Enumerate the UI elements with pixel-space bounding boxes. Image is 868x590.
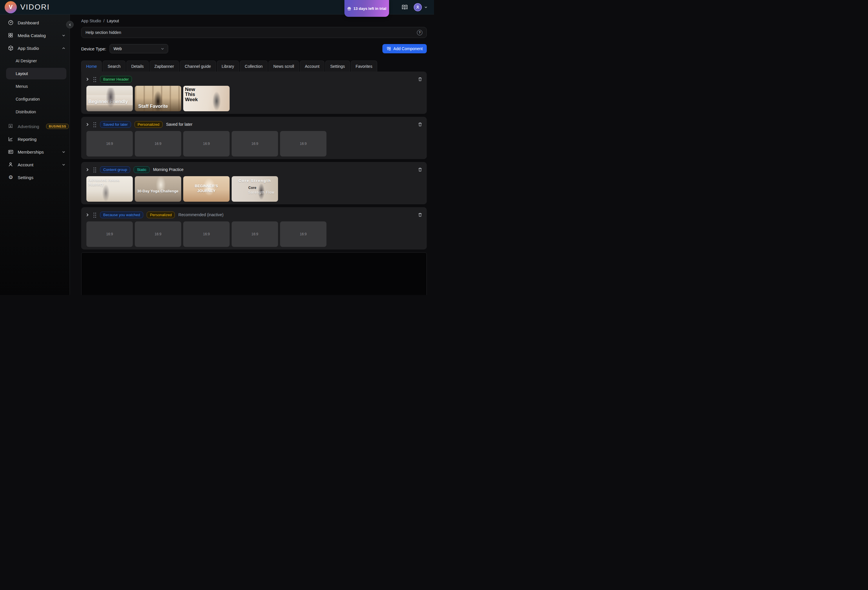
breadcrumb: App Studio / Layout xyxy=(81,19,427,23)
chart-icon xyxy=(8,136,13,142)
delete-section-button[interactable] xyxy=(418,167,423,172)
section-collapse-chevron-icon[interactable] xyxy=(85,122,90,127)
sidebar-item-label: Media Catalog xyxy=(18,33,46,38)
sidebar-item-label: Distribution xyxy=(16,109,36,114)
help-icon[interactable]: ? xyxy=(417,30,422,35)
aspect-label: 16:9 xyxy=(106,142,113,146)
user-menu[interactable] xyxy=(414,3,428,11)
brand-name: VIDORI xyxy=(20,3,50,12)
tab-label: Home xyxy=(86,64,97,69)
sidebar-item-settings[interactable]: ⚙ Settings xyxy=(0,171,69,184)
tab-label: Zapbanner xyxy=(155,64,174,69)
tab-home[interactable]: Home xyxy=(81,60,102,72)
sidebar-item-ai-designer[interactable]: AI Designer xyxy=(0,55,69,67)
sidebar-item-dashboard[interactable]: Dashboard xyxy=(0,16,69,29)
help-banner: Help section hidden ? xyxy=(81,27,427,38)
help-banner-text: Help section hidden xyxy=(86,30,121,35)
tab-zapbanner[interactable]: Zapbanner xyxy=(150,60,179,72)
brand-logo[interactable]: V VIDORI xyxy=(4,1,50,13)
banner-card[interactable]: Beginner Friendly xyxy=(86,86,133,111)
aspect-ratio-placeholder[interactable]: 16:9 xyxy=(135,131,181,156)
content-card-title: BEGINNER'S JOURNEY xyxy=(183,184,230,193)
drag-handle-icon[interactable] xyxy=(93,77,96,82)
section-collapse-chevron-icon[interactable] xyxy=(85,213,90,217)
content-card[interactable]: Advanced Asana Mastery xyxy=(86,176,133,202)
drag-handle-icon[interactable] xyxy=(93,212,96,218)
device-toolbar: Device Type: Web Add Component xyxy=(81,44,427,53)
delete-section-button[interactable] xyxy=(418,212,423,217)
tab-account[interactable]: Account xyxy=(300,60,325,72)
sidebar-item-label: Advertising xyxy=(18,124,39,129)
aspect-ratio-placeholder[interactable]: 16:9 xyxy=(183,131,230,156)
aspect-ratio-placeholder[interactable]: 16:9 xyxy=(280,131,326,156)
sidebar-item-label: Configuration xyxy=(16,97,40,102)
docs-book-icon[interactable] xyxy=(402,4,408,10)
banner-card-title: New This Week xyxy=(185,87,204,102)
sidebar-item-label: Settings xyxy=(18,175,33,180)
aspect-ratio-placeholder[interactable]: 16:9 xyxy=(135,221,181,247)
content-card[interactable]: Core Strength Core Sarength Flow xyxy=(232,176,278,202)
delete-section-button[interactable] xyxy=(418,122,423,127)
tab-label: Library xyxy=(222,64,234,69)
section-collapse-chevron-icon[interactable] xyxy=(85,77,90,81)
tab-details[interactable]: Details xyxy=(126,60,149,72)
sidebar-collapse-button[interactable] xyxy=(66,21,74,28)
avatar xyxy=(414,3,422,11)
blank-preview-panel xyxy=(81,252,427,295)
content-card-title: Advanced Asana Mastery xyxy=(88,178,133,187)
sidebar-item-advertising[interactable]: Advertising BUSINESS xyxy=(0,120,69,133)
section-collapse-chevron-icon[interactable] xyxy=(85,168,90,172)
personalized-badge: Personalized xyxy=(147,212,175,218)
sidebar-item-distribution[interactable]: Distribution xyxy=(0,105,69,118)
tab-label: Collection xyxy=(245,64,262,69)
sidebar-item-reporting[interactable]: Reporting xyxy=(0,133,69,146)
sidebar-item-account[interactable]: Account xyxy=(0,158,69,171)
aspect-label: 16:9 xyxy=(203,232,210,236)
aspect-label: 16:9 xyxy=(155,232,161,236)
sidebar-item-layout[interactable]: Layout xyxy=(6,68,66,80)
device-type-select[interactable]: Web xyxy=(109,44,168,53)
aspect-label: 16:9 xyxy=(203,142,210,146)
aspect-ratio-placeholder[interactable]: 16:9 xyxy=(232,221,278,247)
sidebar: Dashboard Media Catalog App Studio AI De… xyxy=(0,15,70,295)
logo-letter: V xyxy=(9,4,12,10)
tab-news-scroll[interactable]: News scroll xyxy=(269,60,299,72)
tab-collection[interactable]: Collection xyxy=(240,60,267,72)
sidebar-item-media-catalog[interactable]: Media Catalog xyxy=(0,29,69,42)
gift-icon xyxy=(347,6,351,11)
section-recommended: Because you watched Personalized Recomme… xyxy=(81,207,427,249)
aspect-label: 16:9 xyxy=(300,232,306,236)
tab-channel-guide[interactable]: Channel guide xyxy=(180,60,216,72)
section-title: Recommended (inactive) xyxy=(178,212,223,217)
banner-card[interactable]: New This Week xyxy=(183,86,230,111)
aspect-ratio-placeholder[interactable]: 16:9 xyxy=(183,221,230,247)
tab-library[interactable]: Library xyxy=(217,60,239,72)
trial-countdown-badge[interactable]: 13 days left in trial xyxy=(344,0,389,17)
aspect-ratio-placeholder[interactable]: 16:9 xyxy=(232,131,278,156)
tab-favorites[interactable]: Favorites xyxy=(351,60,378,72)
aspect-label: 16:9 xyxy=(251,142,258,146)
aspect-ratio-placeholder[interactable]: 16:9 xyxy=(280,221,326,247)
aspect-ratio-placeholder[interactable]: 16:9 xyxy=(86,221,133,247)
component-type-badge: Saved for later xyxy=(100,121,131,128)
drag-handle-icon[interactable] xyxy=(93,122,96,127)
delete-section-button[interactable] xyxy=(418,77,423,82)
content-card[interactable]: BEGINNER'S JOURNEY xyxy=(183,176,230,202)
tab-search[interactable]: Search xyxy=(103,60,125,72)
sidebar-item-configuration[interactable]: Configuration xyxy=(0,93,69,105)
sidebar-item-app-studio[interactable]: App Studio xyxy=(0,42,69,55)
add-component-button[interactable]: Add Component xyxy=(382,44,427,53)
content-card-subtitle: Core xyxy=(248,186,256,190)
content-card[interactable]: 30-Day Yoga Challenge xyxy=(135,176,181,202)
sidebar-item-menus[interactable]: Menus xyxy=(0,80,69,93)
tab-label: Details xyxy=(131,64,144,69)
banner-card[interactable]: Staff Favorite xyxy=(135,86,181,111)
drag-handle-icon[interactable] xyxy=(93,167,96,173)
aspect-ratio-placeholder[interactable]: 16:9 xyxy=(86,131,133,156)
sidebar-item-memberships[interactable]: Memberships xyxy=(0,146,69,158)
chevron-down-icon xyxy=(62,163,65,167)
tab-settings[interactable]: Settings xyxy=(325,60,350,72)
breadcrumb-parent[interactable]: App Studio xyxy=(81,19,101,23)
yen-tag-icon xyxy=(8,124,13,129)
aspect-label: 16:9 xyxy=(155,142,161,146)
